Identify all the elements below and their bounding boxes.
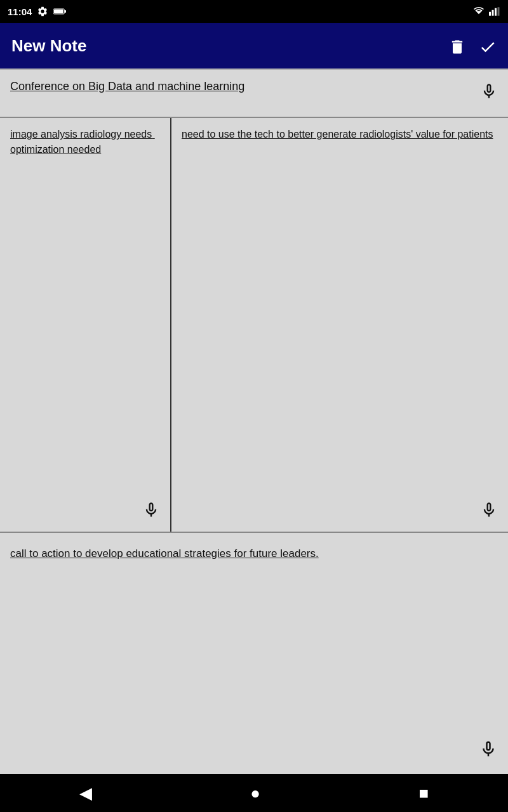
status-time-area: 11:04 [8,6,66,17]
app-bar-actions [448,36,497,55]
left-mic-button[interactable] [142,499,160,519]
left-column [0,118,171,532]
delete-button[interactable] [448,36,466,55]
bottom-area [0,533,508,774]
svg-rect-1 [54,10,64,13]
time-display: 11:04 [8,6,32,17]
recent-button[interactable]: ■ [404,778,444,808]
status-icons [472,6,500,16]
settings-icon [37,6,48,17]
svg-marker-3 [476,11,482,14]
title-area [0,70,508,118]
svg-rect-2 [65,10,66,13]
signal-icon [489,6,500,16]
right-column [171,118,508,532]
title-input[interactable] [10,79,474,110]
wifi-icon [472,6,485,16]
svg-rect-7 [498,7,500,16]
page-title: New Note [11,36,448,56]
left-note-input[interactable] [10,127,163,524]
app-bar: New Note [0,23,508,69]
svg-rect-4 [489,12,491,16]
title-mic-button[interactable] [480,79,498,100]
status-bar: 11:04 [0,0,508,23]
battery-icon [53,8,66,15]
svg-rect-6 [495,8,497,16]
nav-bar: ◀ ● ■ [0,774,508,812]
bottom-mic-button[interactable] [479,738,498,759]
right-note-input[interactable] [182,127,500,524]
bottom-note-input[interactable] [10,546,498,766]
two-column-area [0,118,508,533]
confirm-button[interactable] [479,36,497,55]
back-button[interactable]: ◀ [64,778,107,808]
svg-rect-5 [492,10,494,16]
home-button[interactable]: ● [235,778,276,808]
right-mic-button[interactable] [480,499,498,519]
